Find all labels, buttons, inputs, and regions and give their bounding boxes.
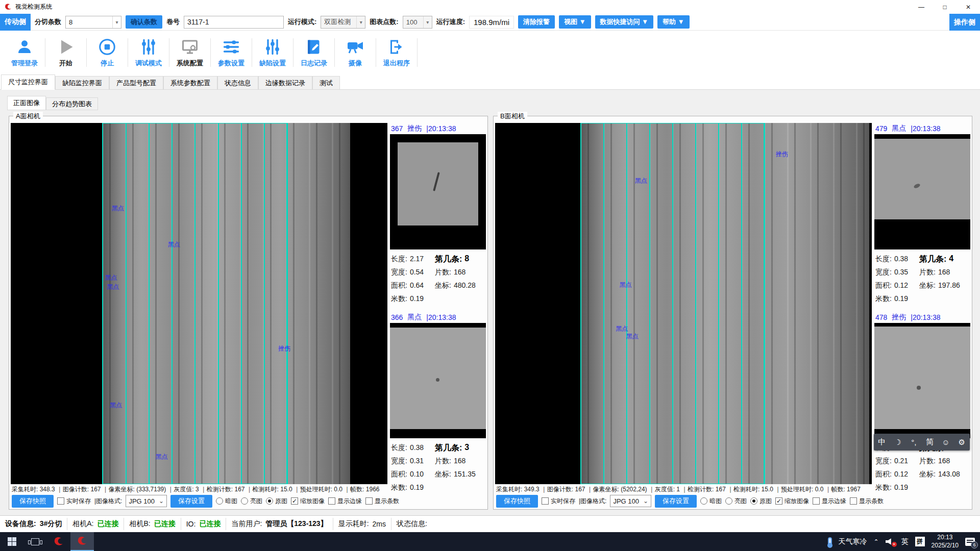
zoom-image-checkbox[interactable]: 缩放图像: [291, 497, 325, 506]
original-image-radio[interactable]: 原图: [266, 497, 287, 506]
defect-card[interactable]: 479 黑点 |20:13:38 长度:0.38第几条:4 宽度:0.35片数:…: [874, 123, 970, 306]
zoom-image-checkbox[interactable]: 缩放图像: [775, 497, 809, 506]
dark-image-radio[interactable]: 暗图: [216, 497, 237, 506]
tab-defect-monitor[interactable]: 缺陷监控界面: [55, 76, 109, 89]
ime-simplified-mode[interactable]: 简: [924, 437, 936, 447]
clock[interactable]: 20:132025/2/10: [932, 534, 959, 549]
pinyin-indicator[interactable]: 拼: [915, 537, 925, 546]
radio-icon: [750, 497, 757, 505]
show-count-checkbox[interactable]: 显示条数: [850, 497, 884, 506]
close-button[interactable]: ✕: [957, 0, 980, 14]
parameter-settings-button[interactable]: 参数设置: [211, 38, 252, 68]
slit-boundary-line: [149, 123, 150, 484]
image-format-select[interactable]: JPG 100: [126, 495, 167, 507]
run-mode-select[interactable]: 双面检测: [321, 16, 365, 29]
log-record-button[interactable]: 日志记录: [293, 38, 334, 68]
show-edge-checkbox[interactable]: 显示边缘: [813, 497, 846, 506]
defect-thumbnail: [874, 323, 970, 438]
defect-thumbnail: [874, 134, 970, 249]
tab-test[interactable]: 测试: [312, 76, 340, 89]
camera-capture-button[interactable]: 摄像: [335, 38, 376, 68]
radio-icon: [700, 497, 707, 505]
ime-toolbar: 中 ☽ °, 简 ☺ ⚙: [874, 434, 970, 450]
realtime-save-checkbox[interactable]: 实时保存: [542, 497, 575, 506]
defect-id: 479: [875, 124, 887, 133]
tab-edge-data-record[interactable]: 边缘数据记录: [258, 76, 312, 89]
save-settings-button[interactable]: 保存设置: [655, 495, 697, 508]
chart-points-select[interactable]: 100: [403, 16, 432, 29]
defect-thumbnail: [390, 134, 486, 249]
defect-card[interactable]: 478 挫伤 |20:13:38 长度:0.57第几条:3 宽度:0.21片数:…: [874, 312, 970, 494]
system-config-button[interactable]: 系统配置: [169, 38, 210, 68]
dark-image-radio[interactable]: 暗图: [700, 497, 722, 506]
image-format-select[interactable]: JPG 100: [610, 495, 651, 507]
taskbar-app-active[interactable]: [70, 532, 94, 551]
show-count-checkbox[interactable]: 显示条数: [365, 497, 399, 506]
tab-status-info[interactable]: 状态信息: [217, 76, 258, 89]
stop-icon: [98, 38, 116, 56]
admin-login-button[interactable]: 管理登录: [4, 38, 45, 68]
task-view-button[interactable]: [23, 532, 47, 551]
icon-toolbar: 管理登录 开始 停止 调试模式 系统配置 参数设置 缺陷设置: [0, 31, 980, 74]
ime-punctuation-mode[interactable]: °,: [908, 438, 919, 446]
slit-boundary-line: [241, 123, 242, 484]
volume-muted-icon[interactable]: ✕: [886, 538, 895, 545]
ime-emoji-icon[interactable]: ☺: [940, 438, 951, 446]
data-quick-access-menu-button[interactable]: 数据快捷访问 ▼: [595, 15, 653, 29]
camera-a-image-view[interactable]: 黑点黑点黑点黑点挫伤黑点黑点: [11, 123, 387, 484]
tray-expand-chevron[interactable]: ⌃: [874, 538, 879, 545]
title-bar: 视觉检测系统 — □ ✕: [0, 0, 980, 14]
start-button[interactable]: [0, 532, 23, 551]
debug-mode-button[interactable]: 调试模式: [128, 38, 169, 68]
tab-product-model-config[interactable]: 产品型号配置: [109, 76, 163, 89]
defect-mark: [917, 386, 921, 390]
view-menu-button[interactable]: 视图 ▼: [559, 15, 591, 29]
defect-annotation: 黑点: [620, 281, 632, 289]
help-menu-button[interactable]: 帮助 ▼: [657, 15, 689, 29]
save-snapshot-button[interactable]: 保存快照: [496, 495, 538, 508]
maximize-button[interactable]: □: [933, 0, 957, 14]
tab-system-param-config[interactable]: 系统参数配置: [163, 76, 217, 89]
show-edge-checkbox[interactable]: 显示边缘: [328, 497, 362, 506]
subtab-distribution-chart[interactable]: 分布趋势图表: [46, 97, 98, 110]
defect-card[interactable]: 366 黑点 |20:13:38 长度:0.38第几条:3 宽度:0.31片数:…: [390, 312, 486, 494]
bright-image-radio[interactable]: 亮图: [725, 497, 747, 506]
defect-time: |20:13:38: [911, 313, 940, 321]
tab-size-monitor[interactable]: 尺寸监控界面: [1, 74, 55, 90]
defect-settings-button[interactable]: 缺陷设置: [252, 38, 293, 68]
realtime-save-checkbox[interactable]: 实时保存: [57, 497, 91, 506]
language-indicator[interactable]: 英: [901, 537, 909, 546]
save-snapshot-button[interactable]: 保存快照: [12, 495, 54, 508]
camera-a-connection-segment: 相机A:已连接: [67, 518, 124, 530]
minimize-button[interactable]: —: [910, 0, 933, 14]
ime-fullwidth-moon-icon[interactable]: ☽: [892, 438, 903, 447]
roll-number-input[interactable]: [184, 16, 284, 29]
defect-stats: 长度:0.38第几条:4 宽度:0.35片数:168 面积:0.12坐标:197…: [874, 249, 970, 306]
clear-alarm-button[interactable]: 清除报警: [518, 15, 555, 29]
original-image-radio[interactable]: 原图: [750, 497, 772, 506]
weather-text[interactable]: 天气寒冷: [839, 537, 867, 546]
drive-side-button[interactable]: 传动侧: [0, 14, 31, 31]
image-format-label: |图像格式:: [579, 497, 606, 506]
operator-side-button[interactable]: 操作侧: [949, 14, 980, 31]
start-button[interactable]: 开始: [45, 38, 86, 68]
subtab-front-image[interactable]: 正面图像: [7, 96, 46, 110]
device-info-segment: 设备信息:3#分切: [0, 518, 67, 530]
slit-count-select[interactable]: 8: [65, 16, 121, 29]
camera-a-defect-cards: 367 挫伤 |20:13:38 长度:2.17第几条:8 宽度:0.54片数:…: [390, 123, 486, 484]
confirm-count-button[interactable]: 确认条数: [126, 15, 162, 29]
bright-image-radio[interactable]: 亮图: [241, 497, 262, 506]
defect-id: 478: [875, 313, 887, 321]
checkbox-icon: [813, 497, 820, 505]
stop-button[interactable]: 停止: [87, 38, 128, 68]
save-settings-button[interactable]: 保存设置: [170, 495, 212, 508]
exit-program-button[interactable]: 退出程序: [376, 38, 417, 68]
defect-card[interactable]: 367 挫伤 |20:13:38 长度:2.17第几条:8 宽度:0.54片数:…: [390, 123, 486, 306]
ime-settings-gear-icon[interactable]: ⚙: [956, 438, 967, 447]
taskbar-app-pinned[interactable]: [47, 532, 70, 551]
notification-center-icon[interactable]: 6: [965, 538, 975, 546]
camera-a-panel-title: A面相机: [13, 112, 43, 121]
defect-card-header: 366 黑点 |20:13:38: [390, 312, 486, 323]
ime-language-mode[interactable]: 中: [876, 437, 888, 447]
camera-b-image-view[interactable]: 挫伤黑点黑点黑点黑点: [495, 123, 872, 484]
